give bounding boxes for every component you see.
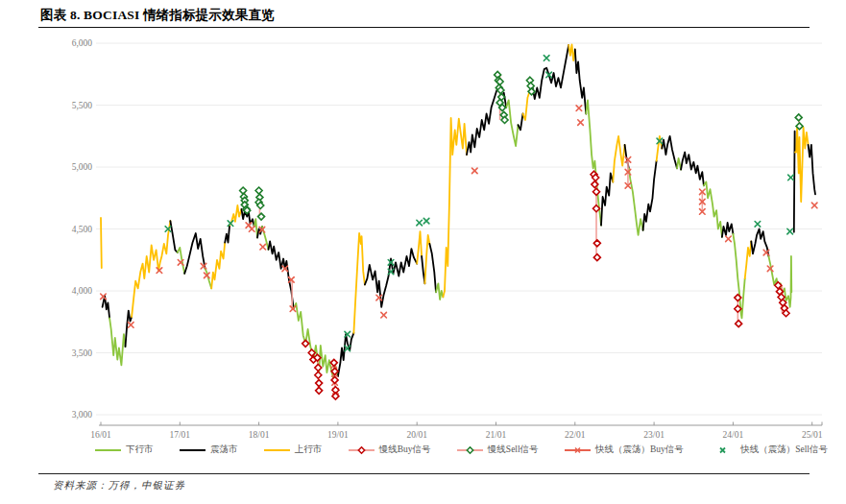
slow-buy-signal-marker bbox=[736, 321, 742, 327]
fast-sell-signal-marker bbox=[787, 228, 793, 234]
slow-buy-signal-marker bbox=[315, 364, 322, 371]
y-tick-label: 4,500 bbox=[72, 225, 93, 234]
series-segment-range bbox=[338, 333, 354, 376]
series-segment-down bbox=[677, 158, 681, 170]
legend-item-slow_buy: 慢线Buy信号 bbox=[348, 444, 431, 456]
legend-item-up: 上行市 bbox=[263, 444, 323, 456]
series-segment-range bbox=[126, 311, 133, 348]
x-tick-label: 24/01 bbox=[723, 430, 744, 440]
series-segment-down bbox=[629, 168, 643, 235]
slow-buy-signal-marker bbox=[593, 188, 600, 195]
series-segment-up bbox=[211, 243, 225, 289]
x-tick-label: 25/01 bbox=[802, 430, 823, 440]
x-tick-label: 21/01 bbox=[486, 430, 507, 440]
legend-swatch-line-icon bbox=[263, 445, 292, 455]
legend-swatch-diamond-line-icon bbox=[348, 445, 376, 455]
fast-sell-signal-marker bbox=[423, 218, 429, 224]
fast-sell-signal-marker bbox=[544, 56, 549, 61]
x-tick-label: 23/01 bbox=[643, 430, 665, 440]
x-tick-label: 16/01 bbox=[90, 430, 111, 440]
legend-swatch-x-icon bbox=[709, 445, 737, 455]
series-segment-range bbox=[269, 241, 294, 308]
series-segment-down bbox=[109, 318, 125, 365]
legend-item-down: 下行市 bbox=[94, 444, 154, 456]
footer-rule bbox=[38, 473, 810, 474]
series-segment-down bbox=[254, 219, 257, 237]
legend-swatch-diamond-line-icon bbox=[456, 445, 485, 455]
series-segment-up bbox=[745, 241, 752, 278]
fast-buy-signal-marker bbox=[260, 244, 266, 250]
series-segment-range bbox=[681, 153, 704, 186]
y-tick-label: 5,000 bbox=[72, 162, 93, 172]
legend-item-slow_sell: 慢线Sell信号 bbox=[456, 444, 539, 456]
legend-item-fast_buy: 快线（震荡）Buy信号 bbox=[564, 444, 684, 456]
legend-item-range: 震荡市 bbox=[179, 444, 238, 456]
slow-sell-signal-marker bbox=[255, 187, 262, 194]
y-axis-labels: 3,0003,5004,0004,5005,0005,5006,000 bbox=[72, 38, 93, 420]
series-segment-range bbox=[519, 114, 523, 131]
fast-buy-signal-marker bbox=[811, 203, 817, 208]
legend-label: 慢线Sell信号 bbox=[488, 444, 539, 456]
series-segment-range bbox=[365, 249, 417, 307]
series-segment-range bbox=[662, 136, 677, 169]
x-tick-label: 22/01 bbox=[565, 430, 586, 440]
x-tick-label: 18/01 bbox=[249, 430, 270, 440]
series-segment-up bbox=[443, 118, 467, 297]
series-segment-down bbox=[205, 269, 212, 289]
series-segment-up bbox=[101, 218, 102, 268]
signal-markers bbox=[101, 56, 817, 399]
slow-buy-signal-marker bbox=[302, 340, 309, 347]
series-segment-range bbox=[575, 49, 587, 113]
chart-legend: 下行市震荡市上行市慢线Buy信号慢线Sell信号快线（震荡）Buy信号快线（震荡… bbox=[94, 444, 828, 456]
series-segment-range bbox=[794, 132, 795, 232]
slow-buy-signal-marker bbox=[330, 359, 337, 366]
fast-sell-signal-marker bbox=[755, 222, 761, 228]
series-segment-up bbox=[353, 233, 365, 333]
series-segment-range bbox=[530, 45, 568, 99]
legend-label: 快线（震荡）Sell信号 bbox=[740, 444, 828, 456]
series-segment-down bbox=[733, 234, 744, 319]
report-figure: 图表 8. BOCIASI 情绪指标提示效果直览 3,0003,5004,000… bbox=[0, 0, 846, 504]
series-segment-range bbox=[225, 226, 230, 243]
legend-swatch-line-icon bbox=[179, 445, 207, 455]
series-segment-down bbox=[506, 100, 518, 146]
series-segment-down bbox=[436, 283, 443, 300]
legend-item-fast_sell: 快线（震荡）Sell信号 bbox=[709, 444, 828, 456]
fast-sell-signal-marker bbox=[417, 220, 423, 226]
series-segment-up bbox=[424, 235, 429, 283]
legend-swatch-line-icon bbox=[94, 445, 123, 455]
series-segment-up bbox=[417, 231, 422, 264]
y-tick-label: 3,000 bbox=[72, 410, 93, 420]
series-segment-up bbox=[613, 136, 624, 182]
series-segment-up bbox=[568, 44, 575, 60]
x-tick-label: 19/01 bbox=[327, 430, 349, 440]
slow-sell-signal-marker bbox=[795, 114, 802, 121]
y-tick-label: 5,500 bbox=[72, 101, 93, 110]
series-segment-range bbox=[643, 161, 657, 230]
slow-buy-signal-marker bbox=[315, 372, 322, 378]
slow-sell-signal-marker bbox=[258, 213, 265, 220]
fast-buy-signal-marker bbox=[128, 323, 133, 328]
legend-label: 上行市 bbox=[295, 444, 323, 456]
slow-sell-signal-marker bbox=[240, 187, 247, 194]
legend-label: 快线（震荡）Buy信号 bbox=[595, 444, 684, 456]
sentiment-indicator-chart: 3,0003,5004,0004,5005,0005,5006,00016/01… bbox=[0, 0, 846, 442]
legend-swatch-x-line-icon bbox=[564, 445, 592, 455]
y-tick-label: 6,000 bbox=[72, 38, 93, 48]
y-tick-label: 4,000 bbox=[72, 286, 93, 296]
gridlines bbox=[96, 43, 822, 415]
fast-sell-signal-marker bbox=[788, 175, 794, 180]
legend-label: 下行市 bbox=[126, 444, 154, 456]
legend-label: 震荡市 bbox=[210, 444, 238, 456]
series-segment-range bbox=[170, 221, 177, 252]
legend-label: 慢线Buy信号 bbox=[379, 444, 431, 456]
slow-buy-signal-marker bbox=[593, 254, 600, 261]
fast-buy-signal-marker bbox=[471, 168, 477, 174]
fast-buy-signal-marker bbox=[576, 106, 582, 111]
source-note: 资料来源：万得，中银证券 bbox=[53, 479, 185, 492]
series-segment-up bbox=[795, 126, 809, 202]
fast-buy-signal-marker bbox=[381, 312, 387, 318]
series-segment-range bbox=[722, 223, 734, 237]
slow-buy-signal-marker bbox=[316, 387, 323, 394]
series-segment-range bbox=[809, 145, 815, 195]
